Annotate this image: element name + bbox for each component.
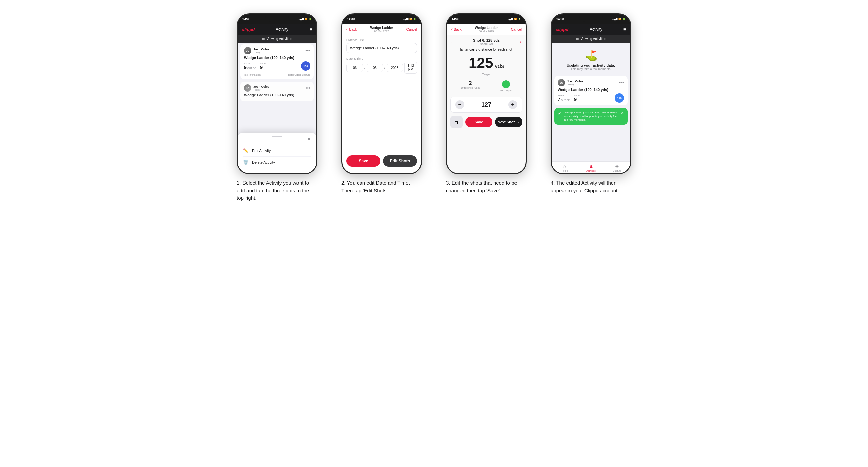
date-time-row: 06 / 03 / 2023 1:13 PM [346,62,417,74]
card-title-4: Wedge Ladder (100–140 yds) [558,88,624,92]
capture-icon: ⊕ [615,164,619,169]
save-button-2[interactable]: Save [346,155,380,167]
target-label: Target [482,73,490,76]
user-name-4: Josh Coles [567,80,617,83]
shot-input-row: − 127 + [451,97,522,113]
wifi-icon-2: 🛜 [409,18,412,21]
sheet-handle-row: ✕ [243,136,311,142]
status-bar-3: 14:39 ▂▄▆ 🛜 🔋 [447,14,526,24]
plus-btn[interactable]: + [508,100,517,109]
menu-icon-4[interactable]: ≡ [623,27,626,32]
sep-2: / [384,66,385,70]
status-icons-4: ▂▄▆ 🛜 🔋 [613,18,625,21]
toast-close-icon[interactable]: ✕ [621,111,624,116]
footer-left-1: Test Information [244,74,260,76]
caption-2: 2. You can edit Date and Time. Then tap … [341,179,422,194]
signal-icon-3: ▂▄▆ [508,18,513,21]
phone-2: 14:38 ▂▄▆ 🛜 🔋 < Back Wedge Ladder 06 Mar… [341,13,422,175]
minus-btn[interactable]: − [456,100,464,109]
caption-3: 3. Edit the shots that need to be change… [446,179,527,194]
yds-display: 125 yds [469,55,504,71]
yds-unit: yds [495,63,504,69]
viewing-bar-1: ⊞ Viewing Activities [238,35,316,43]
golf-flag-icon: ⛳ [585,50,597,61]
practice-input[interactable]: Wedge Ladder (100–140 yds) [346,43,417,53]
shot-value[interactable]: 127 [467,101,506,108]
hit-target-label: Hit Target [500,89,512,92]
hit-target-stat: Hit Target [500,80,512,92]
shots-val-1: 9 [260,65,266,70]
status-time-2: 14:38 [347,18,355,21]
caption-4: 4. The edited Activity will then appear … [551,179,631,194]
next-shot-arrow-btn[interactable]: → [517,39,522,45]
activity-card-1: JC Josh Coles Today ••• Wedge Ladder (10… [241,44,314,79]
user-date-4: Today [567,83,617,86]
sheet-handle [272,136,282,137]
cancel-btn-2[interactable]: Cancel [406,28,417,31]
score-label-4: Score [558,94,570,97]
notch-4 [579,14,603,22]
wifi-icon-4: 🛜 [618,18,621,21]
tab-activities[interactable]: ♟ Activities [578,164,604,172]
status-icons-1: ▂▄▆ 🛜 🔋 [299,18,312,21]
score-val-group-4: 7 OUT OF [558,97,570,102]
day-input[interactable]: 06 [346,64,363,72]
shot-action-row: 🗑 Save Next Shot → [451,116,522,128]
score-val-4: 7 [558,97,560,102]
phone-4: 14:38 ▂▄▆ 🛜 🔋 clippd Activity ≡ ⊞ Viewin… [551,13,631,175]
viewing-bar-4: ⊞ Viewing Activities [552,35,630,43]
avatar-2: JC [244,84,251,92]
outof-4: OUT OF [561,99,570,101]
year-input[interactable]: 2023 [387,64,403,72]
edit-activity-item[interactable]: ✏️ Edit Activity [243,145,311,157]
delete-activity-item[interactable]: 🗑️ Delete Activity [243,157,311,168]
status-icons-2: ▂▄▆ 🛜 🔋 [403,18,416,21]
card-header-1: JC Josh Coles Today ••• [244,47,310,54]
success-toast: ✓ "Wedge Ladder (100–140 yds)" was updat… [554,108,627,125]
sheet-close[interactable]: ✕ [307,136,311,142]
target-yds: 125 [469,55,493,71]
edit-icon: ✏️ [243,148,249,153]
user-name-2: Josh Coles [253,85,303,88]
dots-menu-2[interactable]: ••• [305,86,310,90]
screen-1: clippd Activity ≡ ⊞ Viewing Activities J… [238,24,316,174]
score-label-1: Score [244,62,256,65]
form-buttons-2: Save Edit Shots [342,155,421,167]
back-btn-2[interactable]: < Back [346,28,357,31]
tab-activities-label: Activities [586,170,596,172]
delete-shot-btn[interactable]: 🗑 [451,116,463,128]
bottom-sheet-1: ✕ ✏️ Edit Activity 🗑️ Delete Activity [238,133,316,174]
viewing-label-4: Viewing Activities [581,37,607,40]
tab-home[interactable]: ⌂ Home [552,164,578,172]
save-shot-btn[interactable]: Save [465,117,492,127]
tab-capture[interactable]: ⊕ Capture [604,164,630,172]
status-icons-3: ▂▄▆ 🛜 🔋 [508,18,521,21]
difference-stat: 2 Difference (yds) [461,80,479,92]
avatar-1: JC [244,47,251,54]
time-input[interactable]: 1:13 PM [404,62,417,74]
month-input[interactable]: 03 [367,64,383,72]
tab-capture-label: Capture [613,170,621,172]
status-time-1: 14:38 [243,18,250,21]
nav-title-2: Wedge Ladder [370,26,394,30]
prev-shot-btn[interactable]: ← [451,39,456,45]
delete-activity-label: Delete Activity [252,160,275,164]
quality-badge-4: 118 [615,93,624,103]
shot-main: ← Shot 6, 125 yds Score 7/9 → Enter carr… [447,35,526,174]
phone-col-4: 14:38 ▂▄▆ 🛜 🔋 clippd Activity ≡ ⊞ Viewin… [544,13,638,194]
shot-progress-nav: ← Shot 6, 125 yds Score 7/9 → [451,38,522,45]
shot-info-center: Shot 6, 125 yds Score 7/9 [473,38,500,45]
screen-4: clippd Activity ≡ ⊞ Viewing Activities ⛳… [552,24,630,174]
home-icon: ⌂ [563,164,566,169]
cancel-btn-3[interactable]: Cancel [511,28,522,31]
back-btn-3[interactable]: < Back [451,28,462,31]
edit-shots-button[interactable]: Edit Shots [383,155,417,167]
dots-menu-1[interactable]: ••• [305,48,310,53]
menu-icon-1[interactable]: ≡ [310,27,312,32]
phone-1: 14:38 ▂▄▆ 🛜 🔋 clippd Activity ≡ ⊞ Viewin… [237,13,317,175]
updating-sub: This may take a few moments. [570,67,612,71]
stats-mini-row: 2 Difference (yds) Hit Target [451,80,522,92]
battery-icon-2: 🔋 [413,18,416,21]
next-shot-btn[interactable]: Next Shot → [495,117,522,127]
dots-menu-4[interactable]: ••• [619,80,624,85]
